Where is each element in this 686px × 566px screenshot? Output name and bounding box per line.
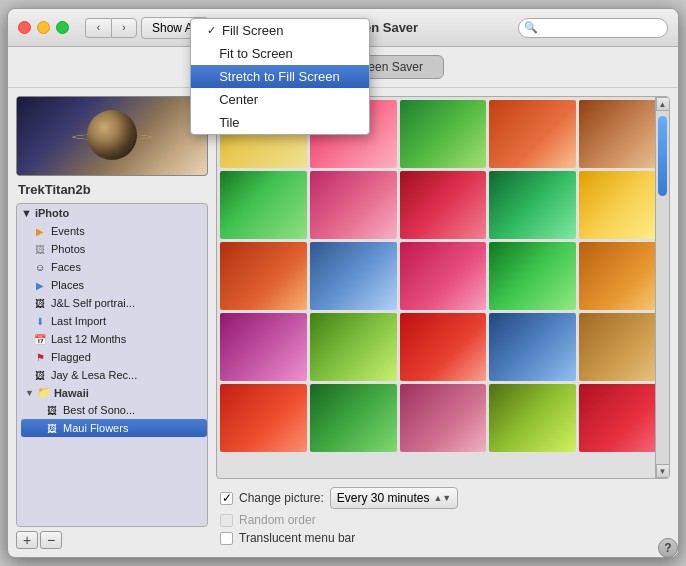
grid-scroll-area [217,97,669,478]
translucent-menu-label: Translucent menu bar [239,531,355,545]
help-button[interactable]: ? [658,538,678,558]
menu-center[interactable]: Center [191,88,369,111]
triangle-iphoto[interactable]: ▼ [21,207,35,219]
grid-cell-13[interactable] [400,242,487,310]
interval-dropdown[interactable]: Every 30 minutes ▲▼ [330,487,459,509]
grid-cell-20[interactable] [579,313,666,381]
hawaii-header[interactable]: ▼ 📁 Hawaii [21,384,207,401]
change-picture-row: ✓ Change picture: Every 30 minutes ▲▼ [220,487,666,509]
image-grid-wrapper: ▲ ▼ [216,96,670,479]
grid-cell-4[interactable] [489,100,576,168]
scroll-thumb[interactable] [658,116,667,196]
sidebar-item-flagged[interactable]: ⚑ Flagged [17,348,207,366]
back-button[interactable]: ‹ [85,18,111,38]
grid-cell-21[interactable] [220,384,307,452]
events-icon: ▶ [33,224,47,238]
sidebar-item-events[interactable]: ▶ Events [17,222,207,240]
random-order-checkbox[interactable] [220,514,233,527]
faces-icon: ☺ [33,260,47,274]
best-sono-icon: 🖼 [45,403,59,417]
grid-cell-15[interactable] [579,242,666,310]
grid-cell-8[interactable] [400,171,487,239]
sidebar-item-best-sono[interactable]: 🖼 Best of Sono... [21,401,207,419]
search-box: 🔍 [518,18,668,38]
grid-cell-10[interactable] [579,171,666,239]
grid-cell-23[interactable] [400,384,487,452]
add-remove-buttons: + − [16,531,208,549]
photos-icon: 🖼 [33,242,47,256]
random-order-row: Random order [220,513,666,527]
maui-icon: 🖼 [45,421,59,435]
image-grid [217,97,669,455]
grid-cell-24[interactable] [489,384,576,452]
grid-cell-25[interactable] [579,384,666,452]
options-bar: ✓ Change picture: Every 30 minutes ▲▼ Ra… [216,479,670,549]
remove-source-button[interactable]: − [40,531,62,549]
saturn-planet [87,110,137,160]
sidebar-item-last-import[interactable]: ⬇ Last Import [17,312,207,330]
last12-icon: 📅 [33,332,47,346]
hawaii-group: ▼ 📁 Hawaii 🖼 Best of Sono... 🖼 Maui Flow… [17,384,207,437]
grid-cell-17[interactable] [310,313,397,381]
source-list: ▼ iPhoto ▶ Events 🖼 Photos ☺ Faces ▶ [16,203,208,527]
grid-cell-5[interactable] [579,100,666,168]
grid-cell-9[interactable] [489,171,576,239]
minimize-button[interactable] [37,21,50,34]
hawaii-triangle: ▼ [25,388,34,398]
traffic-lights [18,21,69,34]
content-area: TrekTitan2b ✓ Fill Screen Fit to Screen … [8,88,678,557]
change-picture-checkbox[interactable]: ✓ [220,492,233,505]
grid-cell-16[interactable] [220,313,307,381]
left-panel: TrekTitan2b ✓ Fill Screen Fit to Screen … [16,96,208,549]
maximize-button[interactable] [56,21,69,34]
main-window: ‹ › Show All Desktop & Screen Saver 🔍 De… [7,8,679,558]
grid-cell-19[interactable] [489,313,576,381]
sidebar-item-jl[interactable]: 🖼 J&L Self portrai... [17,294,207,312]
grid-cell-12[interactable] [310,242,397,310]
hawaii-folder-icon: 📁 [37,386,51,399]
grid-cell-14[interactable] [489,242,576,310]
grid-cell-3[interactable] [400,100,487,168]
close-button[interactable] [18,21,31,34]
sidebar-item-last12[interactable]: 📅 Last 12 Months [17,330,207,348]
right-panel: ▲ ▼ ✓ Change picture: Every 30 minutes [216,96,670,549]
scrollbar: ▲ ▼ [655,97,669,478]
sidebar-item-maui-flowers[interactable]: 🖼 Maui Flowers [21,419,207,437]
menu-tile[interactable]: Tile [191,111,369,134]
search-icon: 🔍 [524,21,538,34]
grid-cell-22[interactable] [310,384,397,452]
grid-cell-18[interactable] [400,313,487,381]
add-source-button[interactable]: + [16,531,38,549]
change-picture-label: Change picture: [239,491,324,505]
import-icon: ⬇ [33,314,47,328]
search-input[interactable] [518,18,668,38]
scroll-up-button[interactable]: ▲ [656,97,670,111]
interval-value: Every 30 minutes [337,491,430,505]
scroll-down-button[interactable]: ▼ [656,464,670,478]
grid-cell-11[interactable] [220,242,307,310]
wallpaper-name: TrekTitan2b [16,182,208,197]
sidebar-item-faces[interactable]: ☺ Faces [17,258,207,276]
places-icon: ▶ [33,278,47,292]
preview-image [17,97,207,175]
jl-icon: 🖼 [33,296,47,310]
sidebar-item-places[interactable]: ▶ Places [17,276,207,294]
forward-button[interactable]: › [111,18,137,38]
iphoto-header: ▼ iPhoto [17,204,207,222]
nav-buttons: ‹ › [85,18,137,38]
flag-icon: ⚑ [33,350,47,364]
random-order-label: Random order [239,513,316,527]
tile-check [207,117,213,129]
translucent-menu-checkbox[interactable] [220,532,233,545]
jaylesa-icon: 🖼 [33,368,47,382]
preview-area [16,96,208,176]
sidebar-item-photos[interactable]: 🖼 Photos [17,240,207,258]
scroll-track [656,111,669,464]
grid-cell-6[interactable] [220,171,307,239]
context-menu: ✓ Fill Screen Fit to Screen Stretch to F… [190,88,370,135]
center-check [207,94,213,106]
sidebar-item-jaylesa[interactable]: 🖼 Jay & Lesa Rec... [17,366,207,384]
dropdown-arrow-icon: ▲▼ [433,493,451,503]
grid-cell-7[interactable] [310,171,397,239]
translucent-menu-row: Translucent menu bar [220,531,666,545]
